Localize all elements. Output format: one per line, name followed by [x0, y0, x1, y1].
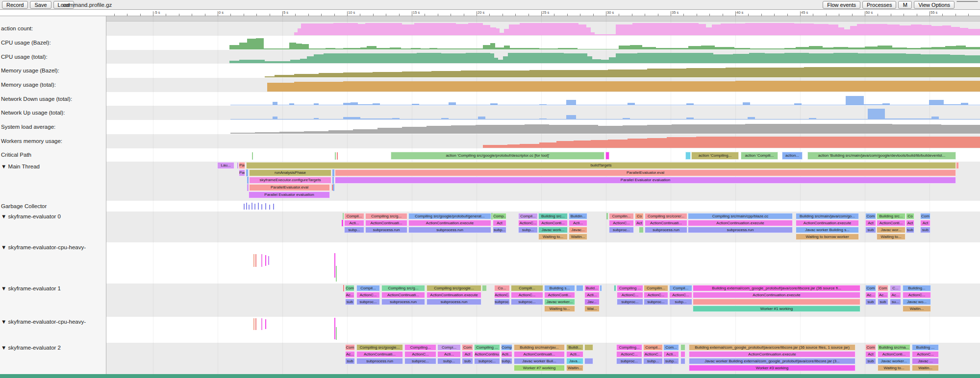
- trace-tick[interactable]: [273, 204, 274, 210]
- row-label-sky0[interactable]: ▼ skyframe-evaluator 0: [1, 213, 105, 220]
- trace-tick[interactable]: [261, 318, 262, 330]
- trace-span[interactable]: Act: [920, 220, 930, 226]
- trace-span[interactable]: Worker #1 working: [693, 306, 860, 312]
- trace-span[interactable]: Act: [493, 220, 506, 226]
- counter-chart-netu[interactable]: [106, 106, 980, 120]
- trace-span[interactable]: action 'Building src/main/java/com/googl…: [807, 152, 956, 160]
- trace-span[interactable]: action 'Compili...: [741, 152, 778, 160]
- process-header[interactable]: ▼ Process 1: [0, 16, 980, 22]
- trace-tick[interactable]: [336, 266, 337, 282]
- trace-span[interactable]: ActionContinuation.execute: [796, 220, 859, 226]
- trace-span[interactable]: su...: [890, 299, 901, 305]
- trace-span[interactable]: Compilin...: [609, 213, 634, 219]
- counter-chart-action[interactable]: [106, 22, 980, 36]
- trace-span[interactable]: Compili...: [511, 285, 543, 291]
- trace-span[interactable]: ActionContinuati...: [365, 220, 407, 226]
- trace-span[interactable]: [639, 227, 644, 233]
- trace-span[interactable]: Javac worker Building external/com_googl…: [689, 358, 855, 364]
- trace-span[interactable]: sub: [462, 358, 473, 364]
- trace-span[interactable]: Building external/com_google_protobuf/ja…: [689, 344, 855, 351]
- trace-span[interactable]: Parallel Evaluator evaluation: [249, 191, 330, 198]
- trace-tick[interactable]: [249, 205, 250, 210]
- toolbar-button-right-extra[interactable]: [956, 1, 978, 2]
- trace-tick[interactable]: [254, 204, 255, 210]
- trace-span[interactable]: subprocess.run: [645, 227, 687, 233]
- trace-tick[interactable]: [336, 327, 337, 340]
- trace-tick[interactable]: [258, 203, 259, 210]
- trace-span[interactable]: Wai...: [584, 306, 600, 312]
- trace-span[interactable]: Co: [906, 213, 914, 219]
- trace-span[interactable]: Compiling src/google...: [427, 285, 481, 291]
- trace-span[interactable]: Act: [462, 351, 473, 357]
- trace-span[interactable]: Building src...: [538, 213, 568, 219]
- trace-span[interactable]: Ac...: [865, 292, 876, 298]
- trace-tick[interactable]: [255, 318, 256, 330]
- trace-span[interactable]: [584, 358, 593, 364]
- trace-span[interactable]: Act: [865, 220, 876, 226]
- trace-span[interactable]: sub: [865, 358, 876, 364]
- counter-chart-cpub[interactable]: [106, 36, 980, 50]
- trace-span[interactable]: [343, 213, 344, 219]
- trace-span[interactable]: Waiting to...: [538, 234, 568, 240]
- trace-tick[interactable]: [334, 253, 335, 278]
- trace-span[interactable]: Worker #7 working: [514, 365, 565, 371]
- trace-span[interactable]: Java...: [566, 358, 583, 364]
- trace-tick[interactable]: [332, 185, 333, 190]
- row-label-hv2[interactable]: ▼ skyframe-evaluator-cpu-heavy-: [1, 318, 105, 325]
- trace-span[interactable]: [333, 184, 334, 191]
- row-label-main[interactable]: ▼ Main Thread: [1, 163, 105, 170]
- trace-span[interactable]: subp...: [344, 227, 364, 233]
- trace-span[interactable]: Jav...: [584, 299, 600, 305]
- trace-span[interactable]: [693, 299, 860, 305]
- trace-span[interactable]: ActionC...: [404, 351, 436, 357]
- trace-span[interactable]: skyframeExecutor.configureTargets: [249, 177, 331, 184]
- trace-span[interactable]: ActionC...: [518, 220, 538, 226]
- trace-span[interactable]: subp...: [663, 358, 679, 364]
- trace-span[interactable]: Compiling src/g...: [381, 285, 425, 291]
- trace-span[interactable]: Par: [239, 169, 245, 176]
- trace-span[interactable]: [680, 358, 685, 364]
- trace-span[interactable]: Waiting to...: [544, 306, 575, 312]
- trace-span[interactable]: Javac work...: [538, 227, 568, 233]
- trace-span[interactable]: sub: [920, 227, 930, 233]
- trace-span[interactable]: [680, 344, 685, 351]
- trace-tick[interactable]: [246, 203, 247, 210]
- trace-span[interactable]: Com: [920, 213, 930, 219]
- trace-span[interactable]: Javac wo...: [903, 299, 931, 305]
- trace-span[interactable]: action 'Compiling src/google/protobuf/de…: [391, 152, 604, 160]
- trace-tick[interactable]: [251, 203, 252, 210]
- trace-span[interactable]: Acti...: [663, 351, 679, 357]
- trace-span[interactable]: ActionC...: [617, 292, 643, 298]
- trace-span[interactable]: ActionContinuati...: [514, 351, 565, 357]
- trace-span[interactable]: Compiling...: [616, 344, 642, 351]
- trace-span[interactable]: Buildi...: [566, 344, 583, 351]
- trace-span[interactable]: [606, 213, 608, 219]
- trace-span[interactable]: sub: [878, 299, 888, 305]
- trace-span[interactable]: subproc...: [511, 299, 543, 305]
- trace-span[interactable]: ActionConti...: [878, 351, 910, 357]
- trace-span[interactable]: subp...: [437, 358, 461, 364]
- trace-span[interactable]: subprocess.run: [688, 227, 793, 233]
- counter-chart-sysl[interactable]: [106, 120, 980, 134]
- trace-span[interactable]: ActionConti...: [544, 292, 575, 298]
- trace-span[interactable]: Waiting to...: [878, 365, 910, 371]
- trace-span[interactable]: Compiling src/google...: [356, 344, 403, 351]
- trace-span[interactable]: subproc...: [404, 358, 436, 364]
- trace-span[interactable]: Javac ...: [912, 358, 939, 364]
- trace-span[interactable]: Ac...: [345, 292, 354, 298]
- trace-span[interactable]: [605, 152, 609, 160]
- trace-span[interactable]: Com: [462, 344, 473, 351]
- trace-span[interactable]: ActionC...: [616, 351, 642, 357]
- trace-span[interactable]: ActionContinuation.execute: [688, 220, 793, 226]
- trace-span[interactable]: [584, 344, 593, 351]
- trace-span[interactable]: Compil...: [356, 285, 380, 291]
- trace-span[interactable]: ActionConti...: [538, 220, 568, 226]
- trace-span[interactable]: [332, 177, 334, 184]
- trace-span[interactable]: ActionContinuation.execute: [689, 351, 855, 357]
- trace-tick[interactable]: [265, 255, 266, 266]
- trace-span[interactable]: Act: [635, 220, 644, 226]
- trace-span[interactable]: Compiling src/g...: [365, 213, 407, 219]
- trace-span[interactable]: ActionContinuation.execute: [408, 220, 491, 226]
- trace-span[interactable]: Act: [906, 220, 914, 226]
- trace-span[interactable]: ActionContinu...: [474, 351, 500, 357]
